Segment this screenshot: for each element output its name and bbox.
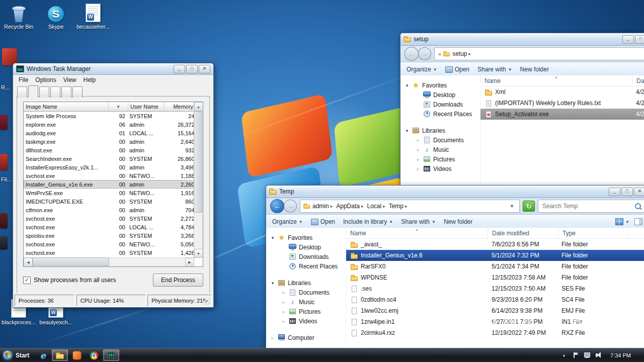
horizontal-scroll-thumb[interactable] bbox=[33, 257, 109, 266]
file-row[interactable]: .ses 12/15/2023 7:50 AM SES File 1 KB bbox=[346, 283, 644, 294]
chevrons-left-icon[interactable]: « bbox=[437, 51, 442, 57]
maximize-button[interactable]: □ bbox=[635, 35, 644, 44]
preview-pane-icon[interactable] bbox=[634, 218, 642, 225]
expander-icon[interactable] bbox=[416, 138, 421, 143]
taskbar-clock[interactable]: 7:34 PM bbox=[606, 352, 635, 358]
desktop-icon[interactable]: becauseher... bbox=[75, 3, 111, 30]
process-row[interactable]: audiodg.exe 01 LOCAL ... 15,164 K W... bbox=[24, 129, 194, 137]
taskbar-button[interactable] bbox=[69, 349, 85, 361]
new-folder-button[interactable]: New folder bbox=[444, 218, 472, 225]
column-header-user-name[interactable]: User Name bbox=[128, 102, 164, 112]
menu-item[interactable]: Options bbox=[32, 76, 59, 84]
file-row[interactable]: Installer_Genius_v1e.6 5/1/2024 7:32 PM … bbox=[346, 250, 644, 261]
sidebar-item[interactable]: Documents bbox=[400, 135, 480, 145]
maximize-button[interactable]: □ bbox=[186, 65, 198, 73]
change-view-button[interactable]: ▼ bbox=[615, 218, 629, 225]
expander-icon[interactable] bbox=[270, 335, 275, 340]
close-button[interactable]: ✕ bbox=[199, 65, 210, 73]
desktop-icon-partial[interactable] bbox=[0, 154, 8, 170]
task-manager-titlebar[interactable]: Windows Task Manager _ □ ✕ bbox=[13, 63, 213, 75]
process-row[interactable]: InstallerExpressEasy_v2k.1... 00 admin 3… bbox=[24, 163, 194, 171]
process-row[interactable]: svchost.exe 00 LOCAL ... 4,784 K H... bbox=[24, 223, 194, 231]
column-header-image-name[interactable]: Image Name bbox=[24, 102, 109, 112]
sidebar-item[interactable]: Recent Places bbox=[266, 261, 346, 271]
process-row[interactable]: SearchIndexer.exe 00 SYSTEM 26,860 K M..… bbox=[24, 154, 194, 163]
process-row[interactable]: svchost.exe 00 SYSTEM 2,272 K H... bbox=[24, 214, 194, 223]
column-header-size[interactable]: Size bbox=[628, 228, 644, 238]
close-button[interactable]: ✕ bbox=[634, 188, 644, 196]
column-header-cpu[interactable]: ▼ bbox=[109, 102, 128, 112]
back-button[interactable]: ← bbox=[405, 47, 419, 61]
sidebar-item[interactable]: Pictures bbox=[266, 307, 346, 316]
expander-icon[interactable] bbox=[270, 281, 275, 286]
column-header-name[interactable]: ▲Name bbox=[480, 75, 632, 86]
column-header-type[interactable]: Type bbox=[558, 228, 628, 238]
column-header-date-modified[interactable]: Date modi... bbox=[632, 75, 644, 86]
scroll-up-icon[interactable]: ▲ bbox=[194, 102, 203, 111]
sidebar-section-libraries[interactable]: Libraries bbox=[400, 126, 480, 135]
breadcrumb[interactable]: admin▸ AppData▸ Local▸ Temp▸ ▼ bbox=[300, 200, 520, 213]
menu-item[interactable]: File bbox=[15, 76, 32, 84]
expander-icon[interactable] bbox=[416, 157, 421, 162]
sidebar-item[interactable]: Desktop bbox=[400, 90, 480, 100]
share-with-button[interactable]: Share with▼ bbox=[401, 218, 436, 225]
taskbar-button[interactable] bbox=[103, 349, 119, 361]
sidebar-section-computer[interactable]: Computer bbox=[266, 333, 346, 342]
vertical-scroll-thumb[interactable] bbox=[194, 111, 202, 213]
taskbar-button[interactable] bbox=[52, 349, 68, 361]
sidebar-item[interactable]: Downloads bbox=[266, 252, 346, 261]
checkbox-checked-icon[interactable]: ✓ bbox=[23, 277, 31, 284]
end-process-button[interactable]: End Process bbox=[153, 274, 203, 287]
sidebar-section-favorites[interactable]: Favorites bbox=[400, 80, 480, 90]
breadcrumb-segment[interactable]: AppData▸ bbox=[335, 203, 365, 210]
sidebar-item[interactable]: Pictures bbox=[400, 154, 480, 164]
sidebar-item[interactable]: Music bbox=[266, 297, 346, 307]
scroll-down-icon[interactable]: ▼ bbox=[194, 249, 203, 258]
expander-icon[interactable] bbox=[281, 319, 286, 324]
process-row[interactable]: taskmgr.exe 00 admin 2,640 K W... bbox=[24, 137, 194, 146]
process-row[interactable]: svchost.exe 00 NETWO... 1,188 K H... bbox=[24, 171, 194, 180]
tray-icon[interactable] bbox=[560, 351, 568, 359]
sidebar-item[interactable]: Desktop bbox=[266, 242, 346, 252]
menu-item[interactable]: Help bbox=[80, 76, 100, 84]
sidebar-item[interactable]: Videos bbox=[266, 316, 346, 326]
process-row[interactable]: ctfmon.exe 00 admin 704 K C... bbox=[24, 206, 194, 214]
expander-icon[interactable] bbox=[405, 128, 410, 133]
process-row[interactable]: spoolsv.exe 00 SYSTEM 3,268 K S... bbox=[24, 231, 194, 240]
breadcrumb-segment[interactable]: setup▸ bbox=[451, 50, 472, 57]
process-row[interactable]: System Idle Process 92 SYSTEM 24 K P... bbox=[24, 112, 194, 120]
search-box[interactable] bbox=[538, 200, 644, 213]
menu-item[interactable]: View bbox=[60, 76, 80, 84]
search-input[interactable] bbox=[541, 202, 635, 210]
file-row[interactable]: 0zdtlodm.sc4 9/23/2018 6:20 PM SC4 File … bbox=[346, 294, 644, 305]
tab[interactable] bbox=[17, 86, 27, 98]
process-row[interactable]: explorer.exe 06 admin 26,372 K W... bbox=[24, 120, 194, 129]
desktop-icon-partial[interactable] bbox=[0, 236, 8, 249]
sidebar-item[interactable]: Videos bbox=[400, 164, 480, 173]
breadcrumb-segment[interactable]: admin▸ bbox=[311, 203, 334, 210]
expander-icon[interactable] bbox=[416, 166, 421, 171]
file-row[interactable]: 1lww02cc.emj 6/14/2023 9:38 PM EMJ File … bbox=[346, 305, 644, 316]
file-row[interactable]: 2cirmku4.rxz 12/19/2022 7:49 PM RXZ File… bbox=[346, 327, 644, 338]
process-row[interactable]: WmiPrvSE.exe 00 NETWO... 1,916 K W... bbox=[24, 189, 194, 197]
minimize-button[interactable]: _ bbox=[622, 35, 634, 44]
column-header-date-modified[interactable]: Date modified bbox=[488, 228, 558, 238]
start-button[interactable]: Start bbox=[0, 348, 34, 362]
tray-icon[interactable] bbox=[583, 351, 591, 359]
sidebar-item[interactable]: Documents bbox=[266, 288, 346, 297]
expander-icon[interactable] bbox=[281, 300, 286, 305]
file-row[interactable]: 1zrw4ipe.in1 6/27/2021 7:35 PM IN1 File … bbox=[346, 316, 644, 327]
taskbar-button[interactable] bbox=[86, 349, 102, 361]
organize-button[interactable]: Organize▼ bbox=[407, 66, 437, 73]
share-with-button[interactable]: Share with▼ bbox=[477, 66, 512, 73]
file-row[interactable]: WPDNSE 12/15/2023 7:58 AM File folder bbox=[346, 272, 644, 283]
expander-icon[interactable] bbox=[405, 83, 410, 88]
tab[interactable] bbox=[50, 86, 60, 98]
sidebar-item[interactable]: Downloads bbox=[400, 100, 480, 109]
tray-icon[interactable] bbox=[572, 351, 580, 359]
maximize-button[interactable]: □ bbox=[621, 188, 633, 196]
taskbar-button[interactable] bbox=[35, 349, 51, 361]
scroll-left-icon[interactable]: ◀ bbox=[24, 258, 33, 267]
sidebar-section-favorites[interactable]: Favorites bbox=[266, 233, 346, 242]
tab[interactable] bbox=[28, 85, 38, 98]
